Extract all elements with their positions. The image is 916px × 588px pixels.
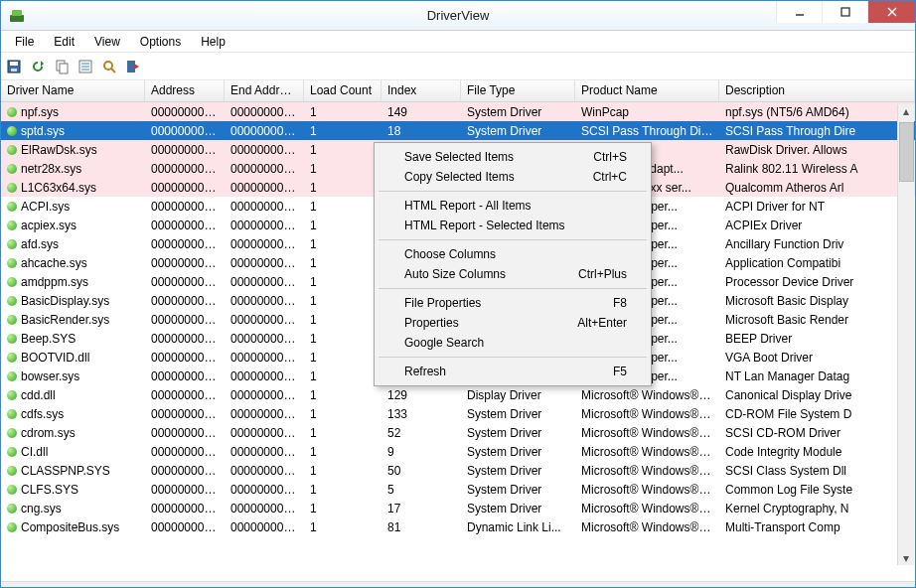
cell-address: 00000000`0... bbox=[145, 331, 225, 347]
exit-icon[interactable] bbox=[124, 58, 142, 75]
table-row[interactable]: cdrom.sys00000000`0...00000000`0...152Sy… bbox=[1, 423, 915, 442]
table-row[interactable]: CompositeBus.sys00000000`0...00000000`0.… bbox=[1, 517, 915, 536]
col-load-count[interactable]: Load Count bbox=[304, 80, 382, 101]
cell-description: Ancillary Function Driv bbox=[719, 236, 915, 252]
cell-end-address: 00000000`0... bbox=[225, 425, 304, 441]
context-menu-item[interactable]: Auto Size ColumnsCtrl+Plus bbox=[377, 264, 649, 284]
cell-address: 00000000`0... bbox=[145, 180, 225, 196]
driver-name: netr28x.sys bbox=[21, 162, 81, 176]
cell-load-count: 1 bbox=[304, 519, 382, 535]
menu-help[interactable]: Help bbox=[191, 33, 235, 51]
cell-load-count: 1 bbox=[304, 218, 382, 233]
driver-name: cdfs.sys bbox=[21, 407, 64, 421]
cell-address: 00000000`0... bbox=[145, 463, 225, 479]
driver-name: BasicRender.sys bbox=[21, 313, 109, 327]
horizontal-scrollbar[interactable]: ◂ ▸ bbox=[1, 581, 915, 588]
col-file-type[interactable]: File Type bbox=[461, 80, 575, 101]
cell-file-type: System Driver bbox=[461, 406, 575, 422]
cell-product-name: Microsoft® Windows® Oper... bbox=[575, 519, 719, 535]
context-menu-item[interactable]: PropertiesAlt+Enter bbox=[377, 313, 649, 333]
menu-options[interactable]: Options bbox=[130, 33, 191, 51]
cell-load-count: 1 bbox=[304, 425, 382, 441]
context-menu-item[interactable]: HTML Report - All Items bbox=[377, 196, 649, 216]
driver-name: BasicDisplay.sys bbox=[21, 294, 109, 308]
context-menu-item[interactable]: File PropertiesF8 bbox=[377, 293, 649, 313]
close-button[interactable] bbox=[867, 1, 915, 23]
status-dot-icon bbox=[7, 220, 17, 230]
menu-item-label: HTML Report - All Items bbox=[404, 199, 532, 213]
table-row[interactable]: CLFS.SYS00000000`0...00000000`0...15Syst… bbox=[1, 480, 915, 499]
menu-edit[interactable]: Edit bbox=[44, 33, 84, 51]
scroll-right-icon[interactable]: ▸ bbox=[899, 583, 913, 588]
col-address[interactable]: Address bbox=[145, 80, 225, 101]
find-icon[interactable] bbox=[100, 58, 118, 75]
context-menu-item[interactable]: Choose Columns bbox=[377, 244, 649, 264]
menu-view[interactable]: View bbox=[84, 33, 130, 51]
context-menu-item[interactable]: HTML Report - Selected Items bbox=[377, 216, 649, 235]
cell-end-address: 00000000`0... bbox=[225, 123, 304, 139]
col-description[interactable]: Description bbox=[719, 80, 915, 101]
table-row[interactable]: cng.sys00000000`0...00000000`0...117Syst… bbox=[1, 499, 915, 517]
status-dot-icon bbox=[7, 447, 17, 457]
cell-end-address: 00000000`0... bbox=[225, 331, 304, 347]
cell-end-address: 00000000`0... bbox=[225, 406, 304, 422]
cell-load-count: 1 bbox=[304, 142, 382, 158]
cell-file-type: System Driver bbox=[461, 501, 575, 516]
driver-name: BOOTVID.dll bbox=[21, 351, 89, 365]
col-index[interactable]: Index bbox=[382, 80, 461, 101]
properties-icon[interactable] bbox=[76, 58, 94, 75]
scroll-up-icon[interactable]: ▴ bbox=[899, 104, 913, 118]
menubar: File Edit View Options Help bbox=[1, 31, 915, 53]
cell-address: 00000000`0... bbox=[145, 482, 225, 498]
titlebar[interactable]: DriverView bbox=[1, 1, 915, 31]
cell-end-address: 00000000`0... bbox=[225, 255, 304, 271]
maximize-button[interactable] bbox=[822, 1, 867, 23]
app-icon bbox=[9, 8, 25, 24]
col-driver-name[interactable]: Driver Name bbox=[1, 80, 145, 101]
cell-product-name: Microsoft® Windows® Oper... bbox=[575, 406, 719, 422]
cell-end-address: 00000000`0... bbox=[225, 482, 304, 498]
cell-index: 50 bbox=[382, 463, 461, 479]
cell-description: RawDisk Driver. Allows bbox=[719, 142, 915, 158]
table-row[interactable]: CI.dll00000000`0...00000000`0...19System… bbox=[1, 442, 915, 461]
cell-file-type: System Driver bbox=[461, 482, 575, 498]
cell-address: 00000000`0... bbox=[145, 255, 225, 271]
menu-file[interactable]: File bbox=[5, 33, 44, 51]
cell-end-address: 00000000`0... bbox=[225, 312, 304, 328]
table-row[interactable]: CLASSPNP.SYS00000000`0...00000000`0...15… bbox=[1, 461, 915, 480]
menu-item-label: Choose Columns bbox=[404, 247, 496, 261]
table-row[interactable]: sptd.sys00000000`0...00000000`0...118Sys… bbox=[1, 121, 915, 140]
table-row[interactable]: cdfs.sys00000000`0...00000000`0...1133Sy… bbox=[1, 404, 915, 423]
cell-address: 00000000`0... bbox=[145, 406, 225, 422]
cell-product-name: WinPcap bbox=[575, 104, 719, 120]
save-icon[interactable] bbox=[5, 58, 23, 75]
scroll-left-icon[interactable]: ◂ bbox=[3, 583, 17, 588]
cell-load-count: 1 bbox=[304, 387, 382, 403]
cell-address: 00000000`0... bbox=[145, 444, 225, 460]
status-dot-icon bbox=[7, 334, 17, 344]
minimize-button[interactable] bbox=[776, 1, 822, 23]
table-row[interactable]: cdd.dll00000000`0...00000000`0...1129Dis… bbox=[1, 385, 915, 404]
status-dot-icon bbox=[7, 126, 17, 136]
refresh-icon[interactable] bbox=[29, 58, 47, 75]
cell-description: npf.sys (NT5/6 AMD64) bbox=[719, 104, 915, 120]
table-row[interactable]: npf.sys00000000`0...00000000`0...1149Sys… bbox=[1, 102, 915, 121]
menu-item-label: Google Search bbox=[404, 336, 484, 350]
context-menu-item[interactable]: Save Selected ItemsCtrl+S bbox=[377, 147, 649, 167]
vertical-scrollbar[interactable]: ▴ ▾ bbox=[897, 104, 914, 565]
context-menu-item[interactable]: Google Search bbox=[377, 333, 649, 353]
context-menu-item[interactable]: Copy Selected ItemsCtrl+C bbox=[377, 167, 649, 187]
menu-item-shortcut: Alt+Enter bbox=[577, 316, 627, 330]
copy-icon[interactable] bbox=[53, 58, 71, 75]
scroll-down-icon[interactable]: ▾ bbox=[899, 551, 913, 565]
cell-description: Ralink 802.11 Wireless A bbox=[719, 161, 915, 177]
cell-file-type: Dynamic Link Li... bbox=[461, 519, 575, 535]
cell-description: Qualcomm Atheros Arl bbox=[719, 180, 915, 196]
scroll-thumb[interactable] bbox=[899, 122, 914, 182]
col-product-name[interactable]: Product Name bbox=[575, 80, 719, 101]
cell-load-count: 1 bbox=[304, 482, 382, 498]
col-end-address[interactable]: End Address bbox=[225, 80, 304, 101]
context-menu-item[interactable]: RefreshF5 bbox=[377, 362, 649, 381]
cell-index: 18 bbox=[382, 123, 461, 139]
cell-address: 00000000`0... bbox=[145, 236, 225, 252]
